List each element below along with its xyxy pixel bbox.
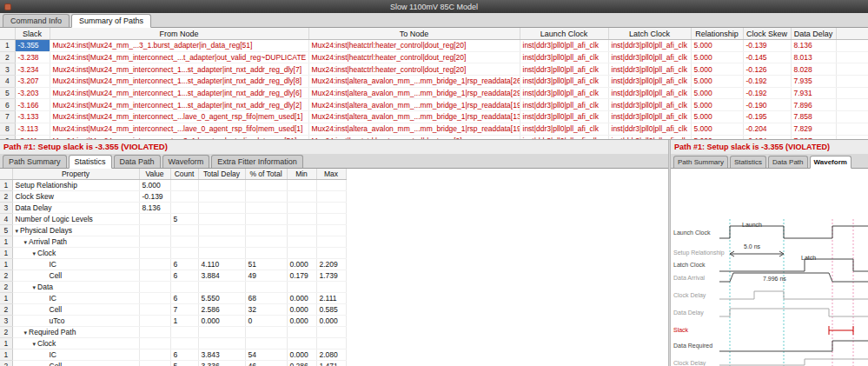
total-delay-cell[interactable]: 3.336 <box>198 361 245 366</box>
to-node-cell[interactable]: Mux24:inst|heatctrl:heater_control|dout_… <box>308 40 520 52</box>
total-delay-cell[interactable] <box>198 248 245 259</box>
pct-of-total-cell[interactable] <box>245 203 287 214</box>
property-cell[interactable]: Cell <box>12 304 139 316</box>
max-cell[interactable] <box>316 248 346 259</box>
expand-arrow-icon[interactable]: ▾ <box>13 329 28 336</box>
latch-clock-cell[interactable]: inst|ddr3|pll0|pll_afi_clk <box>608 123 691 135</box>
pct-of-total-cell[interactable]: 32 <box>245 304 287 316</box>
value-cell[interactable]: 5.000 <box>139 180 170 191</box>
column-header-latch-clock[interactable]: Latch Clock <box>608 28 691 40</box>
tab-waveform[interactable]: Waveform <box>162 155 210 168</box>
row-number[interactable]: 2 <box>0 270 12 282</box>
max-cell[interactable] <box>316 327 346 338</box>
count-cell[interactable] <box>170 225 198 236</box>
count-cell[interactable]: 5 <box>170 361 198 366</box>
clock-skew-cell[interactable]: -0.126 <box>743 63 791 76</box>
max-cell[interactable]: 2.209 <box>316 259 346 270</box>
value-cell[interactable] <box>139 338 170 349</box>
row-number[interactable]: 5 <box>0 225 12 236</box>
value-cell[interactable] <box>139 225 170 236</box>
column-header-clock-skew[interactable]: Clock Skew <box>743 28 791 40</box>
total-delay-cell[interactable]: 5.550 <box>198 293 245 304</box>
row-number[interactable]: 2 <box>0 51 15 63</box>
total-delay-cell[interactable] <box>198 338 245 349</box>
min-cell[interactable]: 0.286 <box>287 361 316 366</box>
pct-of-total-cell[interactable]: 46 <box>245 361 287 366</box>
value-cell[interactable] <box>139 293 170 304</box>
row-number[interactable]: 2 <box>0 282 12 293</box>
value-cell[interactable] <box>139 316 170 327</box>
count-cell[interactable] <box>170 180 198 191</box>
from-node-cell[interactable]: Mux24:inst|Mux24_mm_...3_1.burst_adapter… <box>50 40 308 52</box>
count-cell[interactable] <box>170 236 198 248</box>
latch-clock-cell[interactable]: inst|ddr3|pll0|pll_afi_clk <box>608 63 691 76</box>
launch-clock-cell[interactable]: inst|ddr3|pll0|pll_afi_clk <box>520 111 608 123</box>
total-delay-cell[interactable] <box>198 191 245 203</box>
row-number[interactable]: 1 <box>0 236 12 248</box>
value-cell[interactable] <box>139 214 170 225</box>
from-node-cell[interactable]: Mux24:inst|Mux24_mm_interconnect_...lave… <box>50 123 308 135</box>
relationship-cell[interactable]: 5.000 <box>691 87 743 99</box>
count-cell[interactable]: 6 <box>170 259 198 270</box>
from-node-cell[interactable]: Mux24:inst|Mux24_mm_interconnect_...lave… <box>50 111 308 123</box>
data-delay-cell[interactable]: 7.896 <box>791 99 836 111</box>
to-node-cell[interactable]: Mux24:inst|altera_avalon_mm_...mm_bridge… <box>308 111 520 123</box>
property-cell[interactable]: Number of Logic Levels <box>12 214 139 225</box>
total-delay-cell[interactable] <box>198 282 245 293</box>
min-cell[interactable]: 0.000 <box>287 259 316 270</box>
launch-clock-cell[interactable]: inst|ddr3|pll0|pll_afi_clk <box>520 99 608 111</box>
to-node-cell[interactable]: Mux24:inst|altera_avalon_mm_...mm_bridge… <box>308 99 520 111</box>
to-node-cell[interactable]: Mux24:inst|altera_avalon_mm_...mm_bridge… <box>308 123 520 135</box>
column-header-total-delay[interactable]: Total Delay <box>198 169 245 180</box>
tab-extra-fitter-information[interactable]: Extra Fitter Information <box>211 155 303 168</box>
total-delay-cell[interactable] <box>198 180 245 191</box>
row-number[interactable]: 1 <box>0 338 12 349</box>
pct-of-total-cell[interactable]: 68 <box>245 293 287 304</box>
data-delay-cell[interactable]: 7.829 <box>791 123 836 135</box>
column-header-launch-clock[interactable]: Launch Clock <box>520 28 608 40</box>
property-cell[interactable]: ▾Required Path <box>12 327 139 338</box>
min-cell[interactable] <box>287 338 316 349</box>
property-cell[interactable]: ▾Physical Delays <box>12 225 139 236</box>
row-number[interactable]: 1 <box>0 349 12 361</box>
max-cell[interactable]: 1.739 <box>316 270 346 282</box>
column-header-pct-of-total[interactable]: % of Total <box>245 169 287 180</box>
pct-of-total-cell[interactable] <box>245 338 287 349</box>
row-number[interactable]: 3 <box>0 63 15 76</box>
total-delay-cell[interactable]: 3.884 <box>198 270 245 282</box>
relationship-cell[interactable]: 5.000 <box>691 111 743 123</box>
count-cell[interactable] <box>170 191 198 203</box>
total-delay-cell[interactable]: 2.586 <box>198 304 245 316</box>
min-cell[interactable]: 0.000 <box>287 349 316 361</box>
max-cell[interactable] <box>316 203 346 214</box>
to-node-cell[interactable]: Mux24:inst|heatctrl:heater_control|dout_… <box>308 51 520 63</box>
relationship-cell[interactable]: 5.000 <box>691 123 743 135</box>
row-number[interactable]: 7 <box>0 111 15 123</box>
total-delay-cell[interactable]: 0.000 <box>198 316 245 327</box>
max-cell[interactable] <box>316 338 346 349</box>
min-cell[interactable] <box>287 203 316 214</box>
count-cell[interactable]: 1 <box>170 316 198 327</box>
value-cell[interactable] <box>139 282 170 293</box>
pct-of-total-cell[interactable] <box>245 282 287 293</box>
clock-skew-cell[interactable]: -0.190 <box>743 99 791 111</box>
latch-clock-cell[interactable]: inst|ddr3|pll0|pll_afi_clk <box>608 99 691 111</box>
row-number[interactable]: 4 <box>0 214 12 225</box>
row-number[interactable]: 8 <box>0 123 15 135</box>
property-cell[interactable]: ▾Data <box>12 282 139 293</box>
expand-arrow-icon[interactable]: ▾ <box>13 250 36 257</box>
from-node-cell[interactable]: Mux24:inst|Mux24_mm_interconnect_1...st_… <box>50 99 308 111</box>
clock-skew-cell[interactable]: -0.192 <box>743 87 791 99</box>
pct-of-total-cell[interactable] <box>245 214 287 225</box>
clock-skew-cell[interactable]: -0.139 <box>743 40 791 52</box>
count-cell[interactable]: 6 <box>170 270 198 282</box>
row-number[interactable]: 4 <box>0 76 15 88</box>
data-delay-cell[interactable]: 8.013 <box>791 51 836 63</box>
min-cell[interactable]: 0.000 <box>287 316 316 327</box>
value-cell[interactable] <box>139 259 170 270</box>
launch-clock-cell[interactable]: inst|ddr3|pll0|pll_afi_clk <box>520 51 608 63</box>
min-cell[interactable] <box>287 214 316 225</box>
column-header-relationship[interactable]: Relationship <box>691 28 743 40</box>
row-number[interactable]: 2 <box>0 361 12 366</box>
column-header-count[interactable]: Count <box>170 169 198 180</box>
